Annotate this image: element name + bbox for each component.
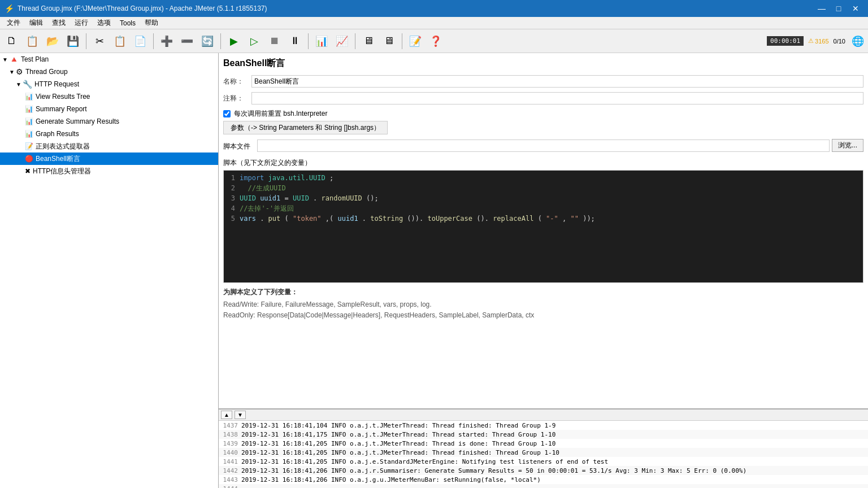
window-title: Thread Group.jmx (F:\JMeter\Thread Group… — [18, 5, 814, 12]
minimize-button[interactable]: — — [814, 2, 830, 15]
menu-tools[interactable]: Tools — [115, 18, 140, 28]
arrow-httprequest: ▼ — [16, 81, 21, 88]
script-editor[interactable]: 1 import java.util.UUID ; 2 //生成UUID 3 — [223, 170, 863, 283]
close-button[interactable]: ✕ — [848, 2, 863, 15]
tree-item-testplan[interactable]: ▼ 🔺 Test Plan — [0, 53, 218, 66]
menu-find[interactable]: 查找 — [47, 17, 70, 29]
vars-ro: ReadOnly: Response[Data|Code|Message|Hea… — [223, 310, 863, 321]
cut-button[interactable]: ✂ — [90, 32, 109, 51]
note-input[interactable] — [251, 92, 863, 104]
script-label: 脚本（见下文所定义的变量） — [223, 158, 863, 168]
log-row-1443: 1443 2019-12-31 16:18:41,206 INFO o.a.j.… — [219, 475, 868, 484]
menu-bar: 文件 编辑 查找 运行 选项 Tools 帮助 — [0, 17, 868, 29]
tree-item-httpheader[interactable]: ✖ HTTP信息头管理器 — [0, 165, 218, 177]
vars-rw: Read/Write: Failure, FailureMessage, Sam… — [223, 299, 863, 310]
separator-4 — [308, 33, 309, 49]
graph-icon: 📊 — [25, 130, 33, 138]
menu-run[interactable]: 运行 — [70, 17, 93, 29]
clear-button[interactable]: 🔄 — [198, 32, 217, 51]
browse-button[interactable]: 浏览... — [832, 139, 863, 152]
tree-item-viewresults[interactable]: 📊 View Results Tree — [0, 90, 218, 103]
httprequest-icon: 🔧 — [23, 80, 32, 89]
save-button[interactable]: 💾 — [63, 32, 83, 51]
script-file-input[interactable] — [257, 140, 830, 152]
separator-5 — [355, 33, 355, 49]
separator-2 — [153, 33, 154, 49]
httpheader-label: HTTP信息头管理器 — [33, 167, 91, 176]
menu-edit[interactable]: 编辑 — [25, 17, 47, 29]
copy-button[interactable]: 📋 — [110, 32, 129, 51]
tree-item-summary[interactable]: 📊 Summary Report — [0, 103, 218, 115]
log-panel: ▲ ▼ 1437 2019-12-31 16:18:41,104 INFO o.… — [219, 409, 868, 488]
note-label: 注释： — [223, 94, 251, 103]
shutdown-button[interactable]: ⏸ — [285, 32, 305, 51]
name-row: 名称： — [223, 75, 863, 88]
function-helper[interactable]: 📝 — [406, 32, 425, 51]
help-button[interactable]: ❓ — [426, 32, 445, 51]
beanshell-panel: BeanShell断言 名称： 注释： 每次调用前重置 bsh.Interpre… — [219, 53, 868, 409]
log-row-1437: 1437 2019-12-31 16:18:41,104 INFO o.a.j.… — [219, 421, 868, 430]
beanshell-label: BeanShell断言 — [36, 154, 80, 164]
log-scroll-down[interactable]: ▼ — [235, 411, 246, 419]
sidebar: ▼ 🔺 Test Plan ▼ ⚙ Thread Group ▼ 🔧 HTTP … — [0, 53, 219, 488]
open-button[interactable]: 📂 — [43, 32, 62, 51]
viewresults-icon: 📊 — [25, 93, 33, 101]
warning-icon: ⚠ — [808, 37, 814, 45]
script-file-label: 脚本文件 — [223, 142, 257, 151]
globe-button[interactable]: 🌐 — [850, 33, 866, 49]
menu-options[interactable]: 选项 — [93, 17, 115, 29]
tree-item-threadgroup[interactable]: ▼ ⚙ Thread Group — [0, 66, 218, 78]
log-row-1439: 1439 2019-12-31 16:18:41,205 INFO o.a.j.… — [219, 439, 868, 448]
new-button[interactable]: 🗋 — [2, 32, 21, 51]
thread-count: 0/10 — [834, 38, 845, 45]
menu-file[interactable]: 文件 — [2, 17, 25, 29]
arrow-testplan: ▼ — [2, 56, 8, 63]
script-line-1: 1 import java.util.UUID ; — [224, 173, 863, 183]
separator-3 — [220, 33, 221, 49]
remote-start[interactable]: 🖥 — [359, 32, 378, 51]
report-button[interactable]: 📊 — [312, 32, 331, 51]
threadgroup-label: Thread Group — [25, 68, 68, 76]
tree-item-graph[interactable]: 📊 Graph Results — [0, 128, 218, 140]
tree-item-regex[interactable]: 📝 正则表达式提取器 — [0, 140, 218, 152]
beanshell-icon: 🔴 — [25, 155, 33, 163]
checkbox-row: 每次调用前重置 bsh.Interpreter — [223, 109, 863, 119]
script-line-5: 5 vars . put ( "token" ,( uuid1 . toStri… — [224, 213, 863, 224]
title-bar: ⚡ Thread Group.jmx (F:\JMeter\Thread Gro… — [0, 0, 868, 17]
content-area: BeanShell断言 名称： 注释： 每次调用前重置 bsh.Interpre… — [219, 53, 868, 488]
tree-item-httprequest[interactable]: ▼ 🔧 HTTP Request — [0, 78, 218, 90]
name-label: 名称： — [223, 77, 251, 86]
toolbar-right: 00:00:01 ⚠ 3165 0/10 🌐 — [767, 33, 866, 49]
script-line-2: 2 //生成UUID — [224, 183, 863, 193]
separator-6 — [402, 33, 402, 49]
tree-item-beanshell[interactable]: 🔴 BeanShell断言 — [0, 152, 218, 165]
reset-checkbox[interactable] — [223, 110, 231, 117]
script-line-3: 3 UUID uuid1 = UUID . randomUUID (); — [224, 193, 863, 203]
panel-title: BeanShell断言 — [223, 58, 863, 69]
viewresults-label: View Results Tree — [36, 93, 90, 101]
timer-display: 00:00:01 — [767, 36, 804, 46]
log-content[interactable]: 1437 2019-12-31 16:18:41,104 INFO o.a.j.… — [219, 421, 868, 488]
start-no-pause-button[interactable]: ▷ — [245, 32, 264, 51]
remote-stop[interactable]: 🖥 — [379, 32, 398, 51]
log-row-1440: 1440 2019-12-31 16:18:41,205 INFO o.a.j.… — [219, 448, 868, 457]
warning-badge: ⚠ 3165 — [808, 37, 828, 45]
add-button[interactable]: ➕ — [157, 32, 176, 51]
name-input[interactable] — [251, 75, 863, 88]
stop-button[interactable]: ⏹ — [265, 32, 284, 51]
vars-section: 为脚本定义了下列变量： Read/Write: Failure, Failure… — [223, 287, 863, 321]
remove-button[interactable]: ➖ — [177, 32, 197, 51]
script-line-4: 4 //去掉'-'并返回 — [224, 203, 863, 213]
start-button[interactable]: ▶ — [224, 32, 244, 51]
params-tab[interactable]: 参数（-> String Parameters 和 String []bsh.a… — [223, 121, 388, 134]
log-row-1438: 1438 2019-12-31 16:18:41,175 INFO o.a.j.… — [219, 430, 868, 439]
paste-button[interactable]: 📄 — [131, 32, 150, 51]
maximize-button[interactable]: □ — [831, 2, 847, 15]
template-button[interactable]: 📋 — [23, 32, 42, 51]
tree-item-generate[interactable]: 📊 Generate Summary Results — [0, 115, 218, 128]
log-row-1441: 1441 2019-12-31 16:18:41,205 INFO o.a.j.… — [219, 457, 868, 466]
log-scroll-up[interactable]: ▲ — [221, 411, 232, 419]
report2-button[interactable]: 📈 — [332, 32, 351, 51]
menu-help[interactable]: 帮助 — [140, 17, 163, 29]
note-row: 注释： — [223, 92, 863, 104]
